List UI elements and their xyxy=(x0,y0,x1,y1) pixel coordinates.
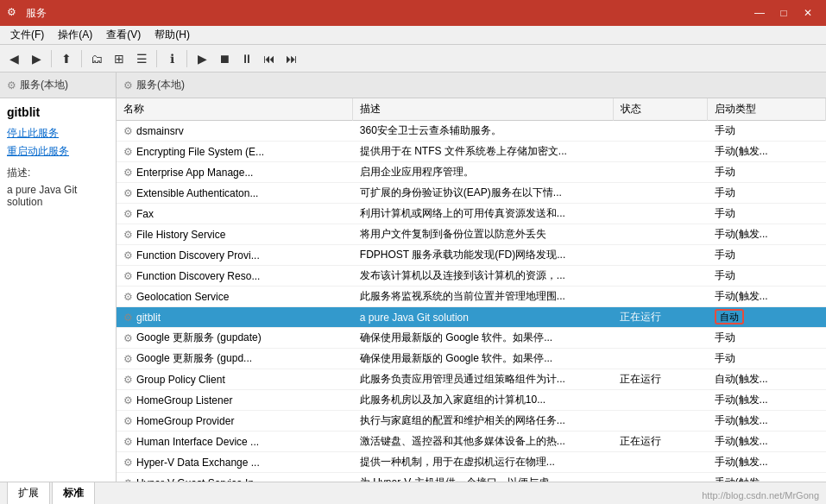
service-icon: ⚙ xyxy=(123,187,133,199)
service-starttype-cell: 自动 xyxy=(708,307,826,328)
table-row[interactable]: ⚙Google 更新服务 (gupdate)确保使用最新版的 Google 软件… xyxy=(117,328,826,349)
service-name-cell: ⚙Enterprise App Manage... xyxy=(117,162,353,183)
table-row[interactable]: ⚙Human Interface Device ...激活键盘、遥控器和其他多媒… xyxy=(117,432,826,452)
table-row[interactable]: ⚙Enterprise App Manage...启用企业应用程序管理。手动 xyxy=(117,162,826,183)
maximize-button[interactable]: □ xyxy=(772,4,795,22)
service-name-text: Fax xyxy=(136,208,154,220)
service-desc-cell: 确保使用最新版的 Google 软件。如果停... xyxy=(353,349,613,369)
menu-view[interactable]: 查看(V) xyxy=(99,26,148,44)
service-icon: ⚙ xyxy=(123,125,133,137)
resume-service-button[interactable]: ⏭ xyxy=(281,48,302,69)
service-name-text: Function Discovery Provi... xyxy=(136,249,260,261)
right-panel-header: ⚙ 服务(本地) xyxy=(117,72,826,98)
title-bar-text: 服务 xyxy=(26,6,748,21)
service-starttype-cell: 手动(触发... xyxy=(708,432,826,452)
table-row[interactable]: ⚙Hyper-V Guest Service In...为 Hyper-V 主机… xyxy=(117,473,826,482)
service-status-cell xyxy=(613,452,708,473)
service-name-text: HomeGroup Provider xyxy=(136,415,234,427)
toolbar-sep-3 xyxy=(156,50,157,67)
service-desc-cell: 提供用于在 NTFS 文件系统卷上存储加密文... xyxy=(353,142,613,162)
services-table[interactable]: 名称 描述 状态 启动类型 ⚙dsmainsrv360安全卫士云查杀辅助服务。手… xyxy=(117,98,826,482)
restart-service-link[interactable]: 重启动此服务 xyxy=(7,144,109,159)
column-status[interactable]: 状态 xyxy=(613,98,708,121)
service-name-cell: ⚙Function Discovery Provi... xyxy=(117,245,353,266)
stop-service-button[interactable]: ⏹ xyxy=(214,48,235,69)
table-row[interactable]: ⚙Encrypting File System (E...提供用于在 NTFS … xyxy=(117,142,826,162)
service-starttype-cell: 手动 xyxy=(708,183,826,204)
service-desc-cell: 360安全卫士云查杀辅助服务。 xyxy=(353,121,613,142)
table-row[interactable]: ⚙Group Policy Client此服务负责应用管理员通过组策略组件为计.… xyxy=(117,369,826,390)
table-row[interactable]: ⚙Fax利用计算机或网络上的可用传真资源发送和...手动 xyxy=(117,204,826,224)
service-status-cell: 正在运行 xyxy=(613,369,708,390)
service-status-cell: 正在运行 xyxy=(613,432,708,452)
table-row[interactable]: ⚙dsmainsrv360安全卫士云查杀辅助服务。手动 xyxy=(117,121,826,142)
service-name-text: File History Service xyxy=(136,229,225,241)
table-header-row: 名称 描述 状态 启动类型 xyxy=(117,98,826,121)
column-name[interactable]: 名称 xyxy=(117,98,353,121)
service-status-cell xyxy=(613,224,708,245)
service-starttype-cell: 自动(触发... xyxy=(708,369,826,390)
tab-standard[interactable]: 标准 xyxy=(52,482,95,504)
service-status-cell xyxy=(613,328,708,349)
column-desc[interactable]: 描述 xyxy=(353,98,613,121)
show-hide-tree-button[interactable]: 🗂 xyxy=(86,48,107,69)
stop-service-link[interactable]: 停止此服务 xyxy=(7,126,109,141)
service-name-text: Function Discovery Reso... xyxy=(136,270,260,282)
service-name-cell: ⚙Human Interface Device ... xyxy=(117,432,353,452)
service-desc-cell: 此服务负责应用管理员通过组策略组件为计... xyxy=(353,369,613,390)
close-button[interactable]: ✕ xyxy=(797,4,819,22)
up-button[interactable]: ⬆ xyxy=(56,48,77,69)
table-row[interactable]: ⚙Extensible Authenticaton...可扩展的身份验证协议(E… xyxy=(117,183,826,204)
column-starttype[interactable]: 启动类型 xyxy=(708,98,826,121)
back-button[interactable]: ◀ xyxy=(3,48,24,69)
service-name-cell: ⚙HomeGroup Listener xyxy=(117,390,353,411)
service-desc-cell: 此服务机房以及加入家庭组的计算机10... xyxy=(353,390,613,411)
service-icon: ⚙ xyxy=(123,374,133,386)
table-row[interactable]: ⚙File History Service将用户文件复制到备份位置以防意外丢失手… xyxy=(117,224,826,245)
service-name-text: Geolocation Service xyxy=(136,291,229,303)
service-icon: ⚙ xyxy=(123,146,133,158)
menu-action[interactable]: 操作(A) xyxy=(51,26,99,44)
service-name-text: HomeGroup Listener xyxy=(136,394,232,406)
pause-service-button[interactable]: ⏸ xyxy=(236,48,257,69)
menu-file[interactable]: 文件(F) xyxy=(3,26,51,44)
service-starttype-cell: 手动 xyxy=(708,349,826,369)
table-row[interactable]: ⚙gitblita pure Java Git solution正在运行自动 xyxy=(117,307,826,328)
toolbar-sep-2 xyxy=(81,50,82,67)
app-icon: ⚙ xyxy=(7,6,21,20)
start-service-button[interactable]: ▶ xyxy=(192,48,212,69)
service-desc-cell: 此服务将监视系统的当前位置并管理地理围... xyxy=(353,287,613,307)
service-icon: ⚙ xyxy=(123,415,133,427)
table-row[interactable]: ⚙Google 更新服务 (gupd...确保使用最新版的 Google 软件。… xyxy=(117,349,826,369)
service-starttype-cell: 手动(触发... xyxy=(708,452,826,473)
tab-extended[interactable]: 扩展 xyxy=(7,482,50,504)
menu-help[interactable]: 帮助(H) xyxy=(148,26,197,44)
service-name-cell: ⚙Hyper-V Guest Service In... xyxy=(117,473,353,482)
minimize-button[interactable]: — xyxy=(748,4,771,22)
service-name-text: Extensible Authenticaton... xyxy=(136,187,258,199)
list-view-button[interactable]: ☰ xyxy=(131,48,152,69)
service-status-cell xyxy=(613,183,708,204)
grid-view-button[interactable]: ⊞ xyxy=(109,48,129,69)
service-icon: ⚙ xyxy=(123,353,133,365)
table-row[interactable]: ⚙Function Discovery Provi...FDPHOST 服务承载… xyxy=(117,245,826,266)
table-row[interactable]: ⚙HomeGroup Provider执行与家庭组的配置和维护相关的网络任务..… xyxy=(117,411,826,432)
left-panel-header-text: 服务(本地) xyxy=(20,78,68,92)
service-icon: ⚙ xyxy=(123,457,133,469)
table-row[interactable]: ⚙Geolocation Service此服务将监视系统的当前位置并管理地理围.… xyxy=(117,287,826,307)
service-name-text: dsmainsrv xyxy=(136,125,184,137)
restart-service-button[interactable]: ⏮ xyxy=(259,48,280,69)
service-name-cell: ⚙File History Service xyxy=(117,224,353,245)
service-name-cell: ⚙Group Policy Client xyxy=(117,369,353,390)
service-name-text: Human Interface Device ... xyxy=(136,436,259,448)
service-desc-cell: 启用企业应用程序管理。 xyxy=(353,162,613,183)
service-starttype-cell: 手动 xyxy=(708,204,826,224)
properties-button[interactable]: ℹ xyxy=(161,48,182,69)
service-icon: ⚙ xyxy=(123,270,133,282)
table-row[interactable]: ⚙HomeGroup Listener此服务机房以及加入家庭组的计算机10...… xyxy=(117,390,826,411)
table-row[interactable]: ⚙Hyper-V Data Exchange ...提供一种机制，用于在虚拟机运… xyxy=(117,452,826,473)
service-starttype-cell: 手动 xyxy=(708,266,826,287)
table-row[interactable]: ⚙Function Discovery Reso...发布该计算机以及连接到该计… xyxy=(117,266,826,287)
service-status-cell xyxy=(613,121,708,142)
forward-button[interactable]: ▶ xyxy=(26,48,47,69)
